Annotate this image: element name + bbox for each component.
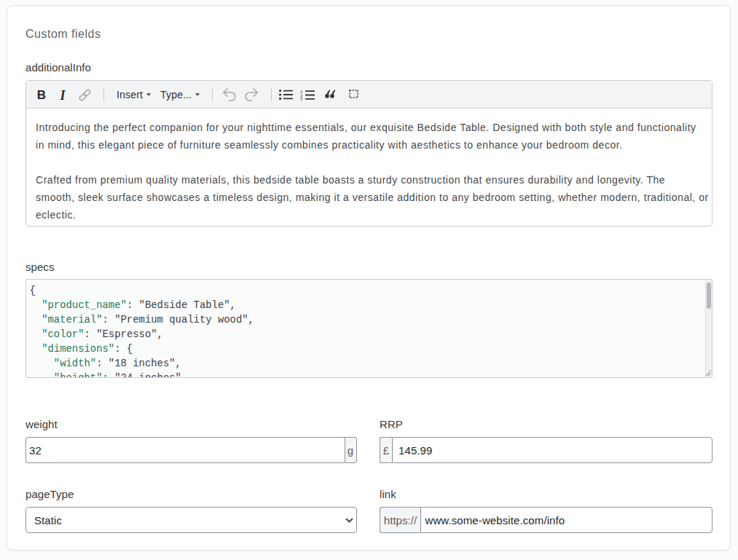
- svg-text:3: 3: [300, 97, 303, 100]
